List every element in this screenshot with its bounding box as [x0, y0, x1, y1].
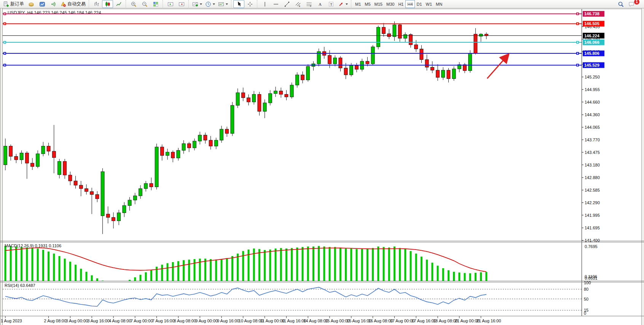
- signal-icon: [50, 1, 56, 7]
- svg-text:142.880: 142.880: [585, 175, 600, 180]
- timeframe-m5[interactable]: M5: [363, 0, 372, 8]
- svg-text:11 Aug 00:00: 11 Aug 00:00: [260, 319, 285, 323]
- bar-chart-icon: [94, 1, 100, 7]
- vertical-line-button[interactable]: [259, 0, 270, 8]
- svg-text:144.955: 144.955: [585, 87, 600, 92]
- chevron-down-icon: [346, 3, 348, 5]
- svg-text:16 Aug 08:00: 16 Aug 08:00: [368, 319, 393, 323]
- new-order-button[interactable]: 新订单: [2, 0, 26, 8]
- chevron-down-icon: [226, 3, 228, 5]
- svg-text:146.224: 146.224: [584, 34, 600, 38]
- text-a-icon: A: [317, 1, 323, 7]
- timeframe-mn[interactable]: MN: [434, 0, 444, 8]
- svg-text:141.995: 141.995: [585, 213, 600, 218]
- chart-shift-icon: [179, 1, 185, 7]
- line-chart-button[interactable]: [113, 0, 124, 8]
- svg-text:9 Aug 00:00: 9 Aug 00:00: [195, 319, 218, 323]
- svg-text:145.529: 145.529: [584, 63, 599, 67]
- timeframe-m15[interactable]: M15: [373, 0, 384, 8]
- macd-label: MACD(12,26,9) 0.1931 0.1106: [5, 243, 61, 248]
- svg-text:3 Aug 00:00: 3 Aug 00:00: [65, 319, 88, 323]
- svg-text:146.505: 146.505: [584, 21, 599, 26]
- svg-text:145.806: 145.806: [584, 51, 599, 56]
- chart-canvas[interactable]: USDJPY ,H4 146.223 146.245 146.184 146.2…: [0, 8, 644, 325]
- svg-text:21 Aug 00:00: 21 Aug 00:00: [455, 319, 480, 323]
- svg-text:146.066: 146.066: [584, 40, 599, 45]
- svg-text:50: 50: [584, 297, 588, 301]
- arrow-tool-icon: [338, 1, 344, 7]
- svg-text:142.290: 142.290: [585, 200, 600, 205]
- timeframe-group: M1M5M15M30H1H4D1W1MN: [351, 0, 444, 8]
- auto-scroll-button[interactable]: [165, 0, 176, 8]
- fibonacci-icon: F: [306, 1, 312, 7]
- arrows-tool-button[interactable]: [336, 0, 349, 8]
- zoom-out-button[interactable]: [139, 0, 150, 8]
- svg-text:144.065: 144.065: [585, 125, 600, 130]
- crosshair-icon: [247, 1, 253, 7]
- svg-text:17 Aug 16:00: 17 Aug 16:00: [411, 319, 436, 323]
- text-label-button[interactable]: T: [325, 0, 336, 8]
- crosshair-button[interactable]: [244, 0, 255, 8]
- gold-stack-icon: [28, 1, 34, 7]
- market-watch-button[interactable]: [26, 0, 37, 8]
- search-button[interactable]: [615, 0, 626, 8]
- svg-text:10 Aug 08:00: 10 Aug 08:00: [239, 319, 263, 323]
- svg-text:9 Aug 16:00: 9 Aug 16:00: [217, 319, 239, 323]
- cursor-button[interactable]: [233, 0, 244, 8]
- autotrade-button[interactable]: 自动交易: [59, 0, 87, 8]
- new-order-icon: [3, 1, 9, 7]
- periods-button[interactable]: [204, 0, 217, 8]
- autotrade-label: 自动交易: [67, 1, 86, 7]
- svg-text:14 Aug 08:00: 14 Aug 08:00: [303, 319, 328, 323]
- svg-text:4 Aug 08:00: 4 Aug 08:00: [109, 319, 131, 323]
- zoom-in-button[interactable]: [128, 0, 139, 8]
- toolbar: 新订单 自动交易 E F A T: [0, 0, 644, 8]
- svg-text:11 Aug 16:00: 11 Aug 16:00: [282, 319, 306, 323]
- cursor-icon: [236, 1, 242, 7]
- svg-text:80: 80: [584, 287, 588, 291]
- timeframe-w1[interactable]: W1: [424, 0, 434, 8]
- svg-text:21 Aug 16:00: 21 Aug 16:00: [477, 319, 501, 323]
- timeframe-m1[interactable]: M1: [353, 0, 363, 8]
- data-window-button[interactable]: [37, 0, 48, 8]
- timeframe-m30[interactable]: M30: [384, 0, 396, 8]
- trendline-button[interactable]: [281, 0, 292, 8]
- svg-text:0: 0: [584, 311, 586, 315]
- indicators-icon: [192, 1, 198, 7]
- chart-frame: [0, 8, 644, 325]
- rsi-label: RSI(14) 63.6487: [5, 283, 35, 288]
- vertical-line-icon: [262, 1, 268, 7]
- templates-button[interactable]: [217, 0, 230, 8]
- horizontal-line-button[interactable]: [270, 0, 281, 8]
- fibonacci-button[interactable]: F: [303, 0, 314, 8]
- chart-shift-button[interactable]: [176, 0, 187, 8]
- clock-icon: [205, 1, 211, 7]
- svg-text:144.360: 144.360: [585, 112, 600, 117]
- chevron-down-icon: [213, 3, 215, 5]
- zoom-in-icon: [131, 1, 137, 7]
- svg-text:144.660: 144.660: [585, 100, 600, 104]
- search-icon: [618, 1, 624, 7]
- notification-badge: 1: [634, 0, 639, 5]
- svg-text:3 Aug 16:00: 3 Aug 16:00: [87, 319, 110, 323]
- news-signal-button[interactable]: [48, 0, 59, 8]
- svg-text:141.695: 141.695: [585, 226, 600, 230]
- svg-text:7 Aug 00:00: 7 Aug 00:00: [131, 319, 153, 323]
- timeframe-h4[interactable]: H4: [405, 0, 414, 8]
- timeframe-d1[interactable]: D1: [415, 0, 424, 8]
- tile-windows-button[interactable]: [150, 0, 161, 8]
- equidistant-channel-button[interactable]: E: [292, 0, 303, 8]
- indicators-button[interactable]: [191, 0, 204, 8]
- zoom-out-icon: [142, 1, 148, 7]
- channel-icon: E: [295, 1, 301, 7]
- bar-chart-button[interactable]: [91, 0, 102, 8]
- svg-text:143.770: 143.770: [585, 138, 600, 142]
- svg-text:145.250: 145.250: [585, 75, 600, 79]
- chat-button[interactable]: 1: [626, 0, 637, 8]
- timeframe-h1[interactable]: H1: [396, 0, 405, 8]
- text-button[interactable]: A: [314, 0, 325, 8]
- line-chart-icon: [116, 1, 122, 7]
- svg-text:15 Aug 16:00: 15 Aug 16:00: [347, 319, 371, 323]
- candlestick-chart-button[interactable]: [102, 0, 113, 8]
- svg-text:E: E: [299, 5, 300, 7]
